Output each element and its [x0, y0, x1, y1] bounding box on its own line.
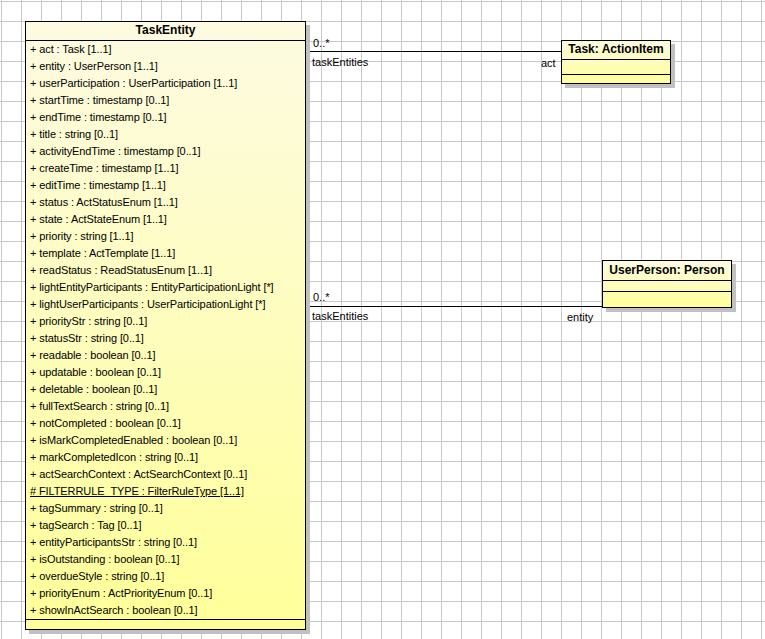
multiplicity-label[interactable]: 0..*: [313, 291, 330, 304]
attribute-row: + endTime : timestamp [0..1]: [26, 109, 305, 126]
attribute-row: + activityEndTime : timestamp [0..1]: [26, 143, 305, 160]
attribute-row: + fullTextSearch : string [0..1]: [26, 398, 305, 415]
attribute-row: + markCompletedIcon : string [0..1]: [26, 449, 305, 466]
attribute-row: + editTime : timestamp [1..1]: [26, 177, 305, 194]
class-title: Task: ActionItem: [562, 41, 670, 60]
attribute-row: + template : ActTemplate [1..1]: [26, 245, 305, 262]
attribute-row: + startTime : timestamp [0..1]: [26, 92, 305, 109]
attribute-row: + statusStr : string [0..1]: [26, 330, 305, 347]
attribute-row: + tagSearch : Tag [0..1]: [26, 517, 305, 534]
attribute-row: + priorityStr : string [0..1]: [26, 313, 305, 330]
attribute-row: + lightUserParticipants : UserParticipat…: [26, 296, 305, 313]
attribute-row: + actSearchContext : ActSearchContext [0…: [26, 466, 305, 483]
operations-compartment: [26, 619, 305, 629]
class-title: UserPerson: Person: [603, 261, 731, 281]
source-role-label[interactable]: taskEntities: [312, 56, 368, 69]
attribute-row: + act : Task [1..1]: [26, 41, 305, 58]
source-role-label[interactable]: taskEntities: [312, 310, 368, 323]
attribute-row: + status : ActStatusEnum [1..1]: [26, 194, 305, 211]
attribute-row: + readStatus : ReadStatusEnum [1..1]: [26, 262, 305, 279]
attribute-row: + readable : boolean [0..1]: [26, 347, 305, 364]
operations-compartment: [603, 291, 731, 307]
attribute-row: + title : string [0..1]: [26, 126, 305, 143]
attributes-compartment: [603, 281, 731, 291]
attribute-row: + state : ActStateEnum [1..1]: [26, 211, 305, 228]
operations-compartment: [562, 74, 670, 83]
attribute-row: + entity : UserPerson [1..1]: [26, 58, 305, 75]
diagram-canvas[interactable]: 0..* taskEntities act 0..* taskEntities …: [0, 0, 765, 639]
attribute-row: + lightEntityParticipants : EntityPartic…: [26, 279, 305, 296]
attribute-row: + notCompleted : boolean [0..1]: [26, 415, 305, 432]
attribute-row: + overdueStyle : string [0..1]: [26, 568, 305, 585]
target-role-label[interactable]: entity: [567, 311, 593, 324]
attributes-compartment: [562, 60, 670, 74]
class-box-task-actionitem[interactable]: Task: ActionItem: [561, 40, 671, 84]
target-role-label[interactable]: act: [541, 57, 556, 70]
attribute-row: + updatable : boolean [0..1]: [26, 364, 305, 381]
class-box-taskentity[interactable]: TaskEntity + act : Task [1..1]+ entity :…: [25, 21, 306, 630]
attribute-row: # FILTERRULE_TYPE : FilterRuleType [1..1…: [26, 483, 305, 500]
class-title: TaskEntity: [26, 22, 305, 41]
attribute-row: + deletable : boolean [0..1]: [26, 381, 305, 398]
attribute-row: + createTime : timestamp [1..1]: [26, 160, 305, 177]
attribute-row: + showInActSearch : boolean [0..1]: [26, 602, 305, 619]
attribute-row: + userParticipation : UserParticipation …: [26, 75, 305, 92]
attribute-row: + priorityEnum : ActPriorityEnum [0..1]: [26, 585, 305, 602]
attribute-row: + entityParticipantsStr : string [0..1]: [26, 534, 305, 551]
attribute-row: + tagSummary : string [0..1]: [26, 500, 305, 517]
attributes-compartment: + act : Task [1..1]+ entity : UserPerson…: [26, 41, 305, 619]
attribute-row: + isMarkCompletedEnabled : boolean [0..1…: [26, 432, 305, 449]
multiplicity-label[interactable]: 0..*: [313, 37, 330, 50]
attribute-row: + isOutstanding : boolean [0..1]: [26, 551, 305, 568]
class-box-userperson-person[interactable]: UserPerson: Person: [602, 260, 732, 308]
attribute-row: + priority : string [1..1]: [26, 228, 305, 245]
